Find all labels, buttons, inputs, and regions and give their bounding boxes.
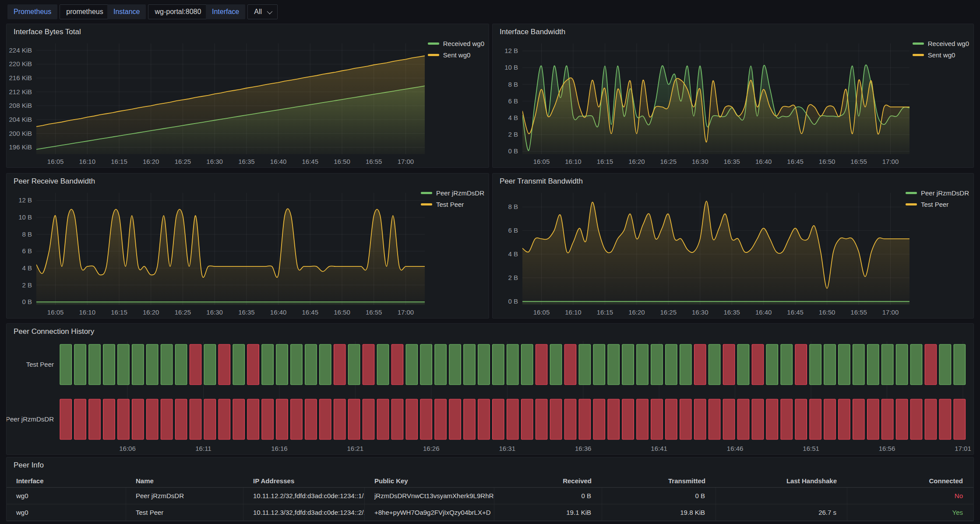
- status-bar: [147, 399, 158, 439]
- column-header-received[interactable]: Received: [494, 477, 602, 485]
- status-bar: [291, 344, 302, 385]
- table-cell: Test Peer: [126, 504, 243, 520]
- status-bar: [593, 344, 605, 385]
- status-bar: [449, 399, 461, 439]
- status-bar: [666, 344, 677, 385]
- legend-label: Sent wg0: [928, 51, 955, 59]
- legend-item[interactable]: Test Peer: [421, 201, 484, 208]
- status-bar: [190, 399, 201, 439]
- column-header-connected[interactable]: Connected: [847, 477, 973, 485]
- status-bar: [60, 344, 71, 385]
- x-tick-label: 16:25: [660, 308, 677, 316]
- var-label-instance: Instance: [107, 4, 146, 19]
- panel-title-interface-bandwidth[interactable]: Interface Bandwidth: [500, 28, 565, 36]
- legend-item[interactable]: Received wg0: [428, 40, 484, 47]
- legend-series-dash-icon: [906, 203, 917, 205]
- x-tick-label: 16:55: [366, 308, 382, 316]
- status-bar: [766, 344, 778, 385]
- status-bar: [204, 399, 215, 439]
- x-tick-label: 16:05: [533, 158, 550, 165]
- y-tick-label: 4 B: [508, 114, 518, 121]
- legend-label: Sent wg0: [443, 51, 471, 59]
- status-bar: [348, 344, 360, 385]
- legend-item[interactable]: Peer jRzmDsDR: [421, 189, 484, 197]
- status-bar: [204, 344, 215, 385]
- table-cell: Peer jRzmDsDR: [126, 488, 243, 504]
- status-bar: [579, 399, 590, 439]
- status-bar: [103, 399, 115, 439]
- chart-legend: Received wg0Sent wg0: [428, 40, 484, 59]
- status-bar: [103, 344, 115, 385]
- chevron-down-icon: [267, 8, 273, 14]
- panel-title-peer-receive-bandwidth[interactable]: Peer Receive Bandwidth: [14, 177, 95, 186]
- status-bar: [925, 344, 936, 385]
- status-bar: [320, 344, 331, 385]
- x-tick-label: 17:00: [882, 158, 899, 165]
- x-tick-label: 16:30: [692, 308, 709, 316]
- status-bar: [161, 399, 172, 439]
- y-tick-label: 6 B: [508, 97, 518, 105]
- column-header-last-handshake[interactable]: Last Handshake: [716, 477, 847, 485]
- status-bar: [420, 344, 432, 385]
- legend-item[interactable]: Sent wg0: [428, 51, 484, 59]
- status-bar: [737, 399, 749, 439]
- x-tick-label: 16:15: [111, 308, 127, 316]
- status-bar: [781, 344, 792, 385]
- status-bar: [320, 399, 331, 439]
- var-label-prometheus: Prometheus: [7, 4, 57, 19]
- table-cell: 19.8 KiB: [602, 504, 716, 520]
- legend-item[interactable]: Sent wg0: [913, 51, 969, 59]
- peer_receive_bandwidth-svg: 0 B2 B4 B6 B8 B10 B12 B16:0516:1016:1516…: [7, 173, 489, 318]
- peer-connection-history-chart[interactable]: 16:0616:1116:1616:2116:2616:3116:3616:41…: [7, 324, 973, 454]
- y-tick-label: 8 B: [508, 81, 518, 88]
- var-label-interface: Interface: [206, 4, 245, 19]
- x-tick-label: 16:15: [597, 308, 613, 316]
- panel-title-peer-info[interactable]: Peer Info: [14, 461, 44, 470]
- y-tick-label: 8 B: [22, 230, 32, 238]
- status-bar: [781, 399, 792, 439]
- y-tick-label: 12 B: [18, 196, 32, 204]
- x-tick-label: 16:30: [692, 158, 709, 165]
- table-cell: 19.1 KiB: [494, 504, 602, 520]
- x-tick-label: 16:35: [238, 308, 255, 316]
- peer-receive-bandwidth-chart[interactable]: 0 B2 B4 B6 B8 B10 B12 B16:0516:1016:1516…: [7, 173, 489, 318]
- column-header-interface[interactable]: Interface: [7, 477, 126, 485]
- status-bar: [219, 344, 230, 385]
- status-bar: [219, 399, 230, 439]
- x-tick-label: 16:50: [334, 158, 350, 165]
- var-select-interface[interactable]: All: [247, 4, 278, 19]
- y-tick-label: 2 B: [508, 274, 518, 281]
- x-tick-label: 16:10: [565, 308, 582, 316]
- status-bar: [694, 399, 706, 439]
- status-bar: [435, 399, 446, 439]
- status-bar: [89, 399, 100, 439]
- panel-title-peer-connection-history[interactable]: Peer Connection History: [14, 327, 94, 336]
- y-tick-label: 220 KiB: [9, 60, 32, 67]
- interface-bytes-total-chart[interactable]: 196 KiB200 KiB204 KiB208 KiB212 KiB216 K…: [7, 24, 489, 167]
- peer_transmit_bandwidth-svg: 0 B2 B4 B6 B8 B16:0516:1016:1516:2016:25…: [493, 173, 973, 318]
- panel-title-interface-bytes-total[interactable]: Interface Bytes Total: [14, 28, 81, 36]
- column-header-transmitted[interactable]: Transmitted: [602, 477, 716, 485]
- interface-bandwidth-chart[interactable]: 0 B2 B4 B6 B8 B10 B12 B16:0516:1016:1516…: [493, 24, 973, 167]
- peer-transmit-bandwidth-chart[interactable]: 0 B2 B4 B6 B8 B16:0516:1016:1516:2016:25…: [493, 173, 973, 318]
- legend-item[interactable]: Peer jRzmDsDR: [906, 189, 969, 197]
- legend-item[interactable]: Received wg0: [913, 40, 969, 47]
- status-bar: [564, 344, 576, 385]
- column-header-public-key[interactable]: Public Key: [365, 477, 494, 485]
- peer_connection_history-svg: 16:0616:1116:1616:2116:2616:3116:3616:41…: [7, 324, 973, 454]
- column-header-name[interactable]: Name: [126, 477, 243, 485]
- status-bar: [550, 344, 561, 385]
- var-value-prometheus: prometheus: [66, 8, 103, 16]
- status-bar: [464, 344, 475, 385]
- x-tick-label: 16:20: [143, 308, 159, 316]
- y-tick-label: 208 KiB: [9, 102, 32, 109]
- panel-title-peer-transmit-bandwidth[interactable]: Peer Transmit Bandwidth: [500, 177, 583, 186]
- x-tick-label: 16:35: [723, 308, 740, 316]
- status-bar: [175, 344, 187, 385]
- status-bar: [377, 344, 388, 385]
- legend-item[interactable]: Test Peer: [906, 201, 969, 208]
- status-bar: [925, 399, 936, 439]
- var-group-prometheus: Prometheus prometheus: [7, 4, 119, 19]
- column-header-ip-addresses[interactable]: IP Addresses: [243, 477, 365, 485]
- y-tick-label: 2 B: [22, 281, 32, 289]
